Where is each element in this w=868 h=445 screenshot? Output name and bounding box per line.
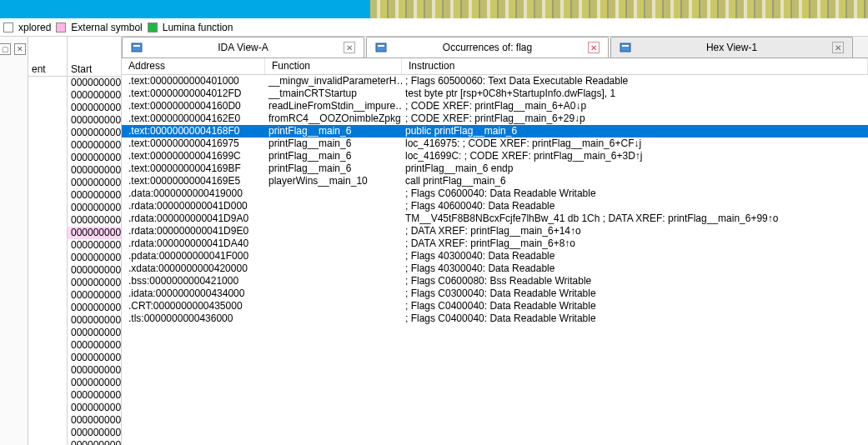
tab-overflow[interactable] [855, 37, 868, 58]
result-row[interactable]: .tls:0000000000436000; Flags C0400040: D… [122, 312, 868, 325]
start-address-item[interactable]: 0000000004 [68, 314, 121, 327]
start-address-item[interactable]: 0000000004 [68, 177, 121, 189]
results-rows[interactable]: .text:0000000000401000__mingw_invalidPar… [122, 75, 868, 445]
legend-bar: xploredExternal symbolLumina function [0, 18, 868, 37]
start-address-item[interactable]: 0000000004 [68, 202, 121, 214]
start-address-item[interactable]: 0000000004 [68, 89, 121, 102]
result-row[interactable]: .text:00000000004160D0readLineFromStdin_… [122, 100, 868, 112]
result-row[interactable]: .text:0000000000416975printFlag__main_6l… [122, 138, 868, 150]
cell-address: .rdata:000000000041DA40 [122, 238, 265, 250]
legend-swatch [56, 22, 66, 32]
close-icon[interactable]: ✕ [588, 42, 600, 53]
tab-occurrences[interactable]: Occurrences of: flag✕ [366, 37, 609, 58]
start-address-item[interactable]: 0000000004 [68, 339, 121, 352]
segment-column: ent [28, 37, 68, 445]
start-address-item[interactable]: 0000000004 [68, 364, 121, 377]
title-bar-left [0, 0, 370, 18]
col-function-header[interactable]: Function [265, 58, 402, 74]
result-row[interactable]: .text:00000000004162E0fromRC4__OOZOnimbl… [122, 112, 868, 125]
start-address-item[interactable]: 0000000004 [68, 127, 121, 139]
start-address-list[interactable]: 0000000004000000000400000000040000000004… [68, 77, 121, 445]
result-row[interactable]: .text:00000000004012FD__tmainCRTStartup … [122, 88, 868, 100]
start-address-item[interactable]: 0000000004 [68, 327, 121, 339]
start-address-item[interactable]: 0000000004 [68, 277, 121, 289]
cell-instruction: public printFlag__main_6 [402, 125, 868, 138]
start-address-item[interactable]: 0000000004 [68, 139, 121, 152]
cell-address: .data:0000000000419000 [122, 188, 265, 200]
result-row[interactable]: .xdata:0000000000420000; Flags 40300040:… [122, 262, 868, 275]
start-address-item[interactable]: 0000000004 [68, 264, 121, 277]
cell-function: printFlag__main_6 [265, 138, 402, 150]
cell-address: .text:00000000004169BF [122, 162, 265, 175]
cell-address: .text:00000000004169E5 [122, 175, 265, 188]
cell-function: printFlag__main_6 [265, 125, 402, 138]
start-address-item[interactable]: 0000000004 [68, 189, 121, 202]
result-row[interactable]: .text:00000000004169E5playerWins__main_1… [122, 175, 868, 188]
cell-instruction: printFlag__main_6 endp [402, 162, 868, 175]
result-row[interactable]: .CRT:0000000000435000; Flags C0400040: D… [122, 300, 868, 312]
panel-maximize-button[interactable]: ▢ [0, 43, 11, 55]
start-address-item[interactable]: 0000000004 [68, 289, 121, 302]
close-icon[interactable]: ✕ [344, 42, 355, 53]
results-header-row: Address Function Instruction [122, 58, 868, 75]
result-row[interactable]: .rdata:000000000041D000; Flags 40600040:… [122, 200, 868, 212]
close-icon[interactable]: ✕ [832, 42, 844, 53]
start-address-item[interactable]: 0000000004 [68, 102, 121, 114]
result-row[interactable]: .data:0000000000419000; Flags C0600040: … [122, 188, 868, 200]
cell-address: .CRT:0000000000435000 [122, 300, 265, 312]
result-row[interactable]: .rdata:000000000041D9E0 ; DATA XREF: pri… [122, 225, 868, 238]
cell-function [265, 250, 402, 262]
start-address-item[interactable]: 0000000004 [68, 439, 121, 445]
start-address-item[interactable]: 0000000004 [68, 414, 121, 427]
start-address-item[interactable]: 0000000004 [68, 227, 121, 239]
col-address-header[interactable]: Address [122, 58, 265, 74]
segment-header[interactable]: ent [28, 62, 67, 77]
start-address-item[interactable]: 0000000004 [68, 302, 121, 314]
svg-rect-5 [622, 45, 629, 47]
result-row[interactable]: .idata:0000000000434000; Flags C0300040:… [122, 288, 868, 300]
tab-ida-view-a[interactable]: IDA View-A✕ [122, 37, 364, 58]
cell-instruction: TM__V45tF8B8NBcxFcjfe7lhBw_41 db 1Ch ; D… [402, 212, 868, 225]
start-header[interactable]: Start [68, 62, 121, 77]
cell-instruction: test byte ptr [rsp+0C8h+StartupInfo.dwFl… [402, 88, 868, 100]
binoculars-icon [375, 42, 387, 53]
start-address-item[interactable]: 0000000004 [68, 77, 121, 89]
result-row[interactable]: .text:0000000000401000__mingw_invalidPar… [122, 75, 868, 88]
cell-address: .rdata:000000000041D000 [122, 200, 265, 212]
col-instruction-header[interactable]: Instruction [402, 58, 868, 74]
nav-band[interactable] [370, 0, 868, 18]
left-gutter-panel: ❐ ▢ ✕ [0, 37, 28, 445]
result-row[interactable]: .text:000000000041699CprintFlag__main_6l… [122, 150, 868, 162]
cell-instruction: ; Flags 60500060: Text Data Executable R… [402, 75, 868, 88]
cell-function [265, 188, 402, 200]
cell-address: .xdata:0000000000420000 [122, 262, 265, 275]
cell-function: playerWins__main_10 [265, 175, 402, 188]
start-address-item[interactable]: 0000000004 [68, 252, 121, 264]
cell-instruction: ; CODE XREF: printFlag__main_6+29↓p [402, 112, 868, 125]
result-row[interactable]: .bss:0000000000421000; Flags C0600080: B… [122, 275, 868, 288]
result-row[interactable]: .pdata:000000000041F000; Flags 40300040:… [122, 250, 868, 262]
panel-close-button[interactable]: ✕ [14, 43, 26, 55]
result-row[interactable]: .rdata:000000000041D9A0TM__V45tF8B8NBcxF… [122, 212, 868, 225]
start-address-item[interactable]: 0000000004 [68, 427, 121, 439]
start-address-item[interactable]: 0000000004 [68, 352, 121, 364]
start-address-item[interactable]: 0000000004 [68, 239, 121, 252]
cell-function [265, 225, 402, 238]
start-address-item[interactable]: 0000000004 [68, 377, 121, 389]
cell-instruction: ; Flags 40300040: Data Readable [402, 262, 868, 275]
start-address-item[interactable]: 0000000004 [68, 152, 121, 164]
start-address-item[interactable]: 0000000004 [68, 214, 121, 227]
result-row[interactable]: .rdata:000000000041DA40 ; DATA XREF: pri… [122, 238, 868, 250]
result-row[interactable]: .text:00000000004168F0printFlag__main_6 … [122, 125, 868, 138]
cell-instruction: ; CODE XREF: printFlag__main_6+A0↓p [402, 100, 868, 112]
start-address-item[interactable]: 0000000004 [68, 389, 121, 402]
start-address-item[interactable]: 0000000004 [68, 114, 121, 127]
cell-instruction: call printFlag__main_6 [402, 175, 868, 188]
cell-function [265, 300, 402, 312]
hex-icon [620, 42, 631, 53]
cell-function: __mingw_invalidParameterH… [265, 75, 402, 88]
result-row[interactable]: .text:00000000004169BFprintFlag__main_6p… [122, 162, 868, 175]
start-address-item[interactable]: 0000000004 [68, 164, 121, 177]
tab-hex-view-1[interactable]: Hex View-1✕ [610, 37, 853, 58]
start-address-item[interactable]: 0000000004 [68, 402, 121, 414]
